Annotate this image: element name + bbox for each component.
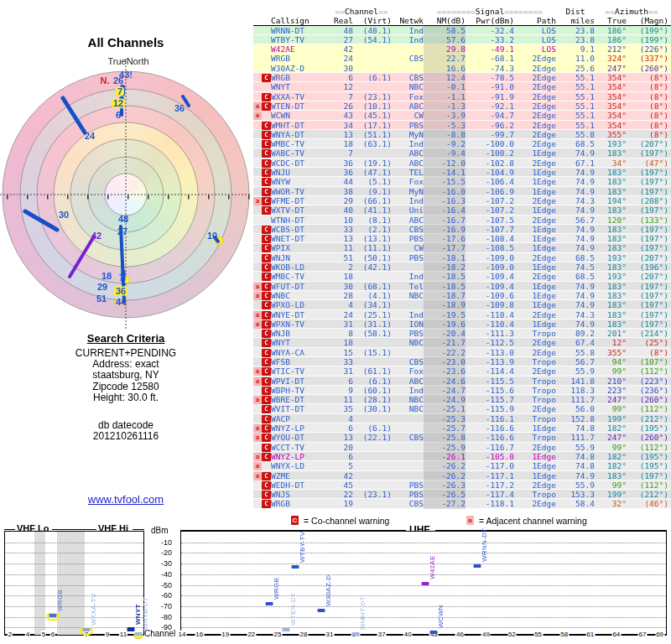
miles-cell: 118.3 bbox=[556, 386, 595, 395]
table-row: aCWBRE-DT11(28.1)NBC-24.9-115.7Tropo111.… bbox=[253, 395, 671, 404]
tvfool-link[interactable]: www.tvfool.com bbox=[0, 493, 252, 506]
gridline bbox=[181, 553, 666, 553]
nm-db-cell: -26.5 bbox=[424, 490, 466, 499]
path-cell: 1Edge bbox=[514, 243, 556, 252]
co-channel-warning-badge: C bbox=[262, 424, 271, 433]
real-channel-cell: 28 bbox=[331, 291, 353, 300]
path-cell: 2Edge bbox=[514, 130, 556, 139]
real-channel-cell: 10 bbox=[331, 216, 353, 225]
nm-db-cell: -25.1 bbox=[424, 404, 466, 413]
x-axis-tick-label: 61 bbox=[585, 631, 595, 638]
azimuth-true-cell: 194° bbox=[595, 196, 627, 205]
azimuth-true-cell: 324° bbox=[595, 54, 627, 63]
adjacent-warning-badge bbox=[253, 148, 262, 158]
adjacent-warning-badge bbox=[253, 130, 262, 139]
virtual-channel-cell bbox=[353, 272, 392, 281]
table-row: W42AE4229.8-49.1LOS9.1212°(226°) bbox=[253, 44, 671, 54]
network-cell: CBS bbox=[392, 225, 424, 234]
radar-channel-label: 48 bbox=[118, 215, 128, 224]
power-dbm-cell: -100.2 bbox=[466, 148, 514, 158]
virtual-channel-cell: (28.1) bbox=[353, 395, 392, 404]
azimuth-true-cell: 193° bbox=[595, 139, 627, 148]
table-row: CWXXA-TV7(23.1)Fox-1.1-91.92Edge55.1354°… bbox=[253, 92, 671, 101]
x-axis-tick-label: 6 bbox=[50, 631, 55, 638]
virtual-channel-cell: (8.1) bbox=[353, 216, 392, 225]
co-channel-warning-badge: C bbox=[262, 263, 271, 272]
azimuth-magnetic-cell: (199°) bbox=[627, 26, 668, 35]
real-channel-cell: 42 bbox=[331, 471, 353, 480]
adjacent-warning-badge bbox=[253, 386, 262, 395]
path-cell: 1Edge bbox=[514, 177, 556, 186]
co-channel-warning-badge: C bbox=[262, 206, 271, 215]
search-criteria-line: staatsburg, NY bbox=[0, 369, 252, 381]
adjacent-warning-badge bbox=[253, 357, 262, 366]
co-channel-warning-badge: C bbox=[262, 122, 271, 130]
callsign-cell: WYOU-DT bbox=[271, 433, 331, 442]
radar-channel-label: 6 bbox=[116, 111, 121, 120]
y-axis-tick-label: -70 bbox=[150, 602, 172, 610]
x-axis-tick-label: 52 bbox=[507, 631, 517, 638]
adjacent-channel-warning-icon: a bbox=[466, 516, 474, 525]
azimuth-magnetic-cell: (195°) bbox=[627, 452, 668, 461]
real-channel-cell: 7 bbox=[331, 92, 353, 101]
callsign-cell: WPVI-DT bbox=[271, 377, 331, 386]
callsign-cell: WPXO-LD bbox=[271, 300, 331, 309]
callsign-cell: WNYT bbox=[271, 82, 331, 91]
power-dbm-cell: -111.3 bbox=[466, 329, 514, 338]
network-cell: Ind bbox=[392, 386, 424, 395]
miles-cell: 67.1 bbox=[556, 158, 595, 168]
azimuth-true-cell: 354° bbox=[595, 82, 627, 91]
miles-cell: 152.8 bbox=[556, 414, 595, 423]
radar-channel-label: 27 bbox=[117, 227, 127, 236]
co-channel-warning-badge: C bbox=[262, 377, 271, 386]
x-axis-tick-label: 46 bbox=[455, 631, 465, 638]
virtual-channel-cell bbox=[353, 452, 392, 461]
table-row: aCWNBC28(4.1)NBC-18.7-109.61Edge74.9183°… bbox=[253, 291, 671, 300]
virtual-channel-cell: (42.1) bbox=[353, 262, 392, 272]
adjacent-warning-badge bbox=[253, 243, 262, 252]
miles-cell: 74.9 bbox=[556, 177, 595, 186]
power-dbm-cell: -107.2 bbox=[466, 196, 514, 205]
azimuth-true-cell: 99° bbox=[595, 480, 627, 490]
nm-db-cell: -16.7 bbox=[424, 216, 466, 225]
signal-point-label: WMHT-DT bbox=[359, 596, 367, 630]
co-channel-warning-badge bbox=[262, 44, 271, 54]
db-datecode-value: 201210261116 bbox=[0, 430, 252, 442]
miles-cell: 74.9 bbox=[556, 187, 595, 196]
nm-db-cell: -25.8 bbox=[424, 433, 466, 442]
network-cell bbox=[392, 443, 424, 452]
power-dbm-cell: -110.4 bbox=[466, 310, 514, 319]
virtual-channel-cell: (13.1) bbox=[353, 234, 392, 243]
callsign-cell: WRGB bbox=[271, 499, 331, 508]
azimuth-magnetic-cell: (112°) bbox=[627, 366, 668, 376]
nm-db-cell: -18.7 bbox=[424, 291, 466, 300]
virtual-channel-cell: (50.1) bbox=[353, 253, 392, 262]
real-channel-cell: 6 bbox=[331, 452, 353, 461]
miles-cell: 25.6 bbox=[556, 64, 595, 73]
y-axis-title: dBm bbox=[151, 526, 169, 535]
signal-point bbox=[49, 614, 57, 617]
callsign-cell: WBPH-TV bbox=[271, 386, 331, 395]
network-cell: NBC bbox=[392, 291, 424, 300]
path-cell: 2Edge bbox=[514, 272, 556, 281]
nm-db-cell: 22.7 bbox=[424, 54, 466, 63]
nm-db-cell: -19.6 bbox=[424, 319, 466, 329]
real-channel-cell: 11 bbox=[331, 243, 353, 252]
azimuth-true-cell: 247° bbox=[595, 64, 627, 73]
gridline bbox=[181, 617, 666, 618]
real-channel-cell: 51 bbox=[331, 253, 353, 262]
path-cell: 2Edge bbox=[514, 139, 556, 148]
table-row: CWNJN51(50.1)PBS-18.1-109.02Edge68.5193°… bbox=[253, 253, 671, 262]
power-dbm-cell: -108.4 bbox=[466, 234, 514, 243]
radar-channel-label: 12 bbox=[112, 99, 125, 108]
miles-cell: 23.8 bbox=[556, 26, 595, 35]
adjacent-warning-badge bbox=[253, 225, 262, 234]
real-channel-cell: 11 bbox=[331, 395, 353, 404]
y-axis-tick-label: -20 bbox=[150, 548, 172, 557]
callsign-cell: WNJS bbox=[271, 490, 331, 499]
network-cell bbox=[392, 64, 424, 73]
x-axis-tick-label: 14 bbox=[178, 631, 187, 638]
x-axis-tick-label: 9 bbox=[105, 631, 110, 638]
power-dbm-cell: -100.0 bbox=[466, 139, 514, 148]
y-axis-tick-label: -30 bbox=[150, 559, 172, 568]
